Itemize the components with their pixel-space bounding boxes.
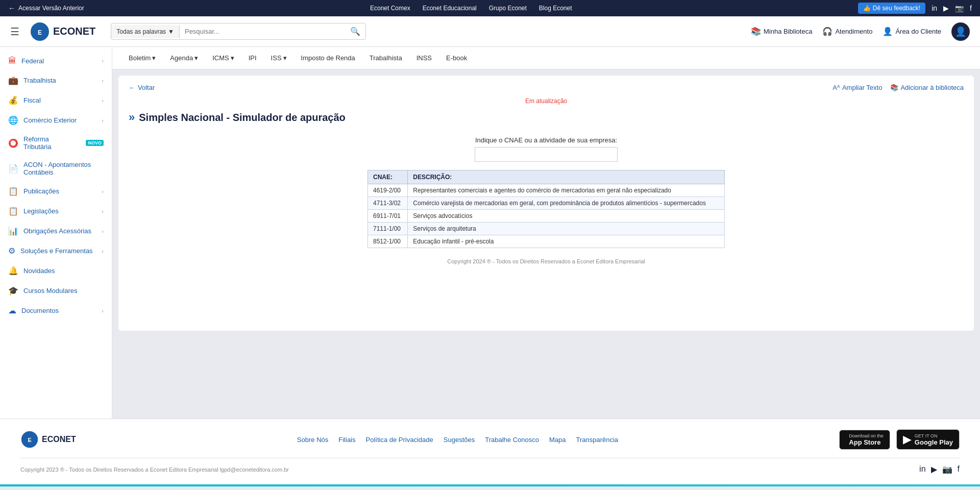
footer-linkedin-icon[interactable]: in <box>919 464 925 474</box>
table-row[interactable]: 8512-1/00Educação infantil - pré-escola <box>368 235 725 248</box>
sidebar-item-fiscal[interactable]: 💰 Fiscal › <box>0 90 112 110</box>
solucoes-chevron-icon: › <box>102 248 104 254</box>
area-cliente-link[interactable]: 👤 Área do Cliente <box>883 27 941 36</box>
footer-transparencia[interactable]: Transparência <box>576 436 618 444</box>
sidebar-item-trabalhista[interactable]: 💼 Trabalhista › <box>0 70 112 90</box>
documentos-icon: ☁ <box>8 306 16 315</box>
sidebar-item-comercio-exterior[interactable]: 🌐 Comércio Exterior › <box>0 110 112 130</box>
sidebar-label-comercio: Comércio Exterior <box>23 116 77 124</box>
obrigacoes-icon: 📊 <box>8 226 18 236</box>
solucoes-icon: ⚙ <box>8 246 15 256</box>
nav-icms-label: ICMS <box>212 54 229 62</box>
sidebar-item-documentos[interactable]: ☁ Documentos › <box>0 301 112 321</box>
footer-filiais[interactable]: Filiais <box>338 436 355 444</box>
econet-comex-link[interactable]: Econet Comex <box>370 5 410 12</box>
sidebar-item-solucoes[interactable]: ⚙ Soluções e Ferramentas › <box>0 241 112 261</box>
footer-copyright: Copyright 2023 ® - Todos os Direitos Res… <box>20 467 289 473</box>
footer-trabalhe-conosco[interactable]: Trabalhe Conosco <box>485 436 539 444</box>
nav-trabalhista-label: Trabalhista <box>370 54 402 62</box>
back-link[interactable]: ← Voltar <box>129 84 155 91</box>
back-link-label: Voltar <box>138 84 155 91</box>
sidebar-label-fiscal: Fiscal <box>23 96 41 104</box>
dropdown-arrow-icon: ▼ <box>168 28 174 35</box>
table-cell-descricao: Serviços de arquitetura <box>408 223 725 235</box>
sidebar-item-reforma-tributaria[interactable]: ⭕ Reforma Tributária NOVO <box>0 130 112 156</box>
table-cell-cnae: 4711-3/02 <box>368 197 408 210</box>
logo[interactable]: E ECONET <box>30 21 95 42</box>
back-link-arrow-icon: ← <box>129 84 135 91</box>
nav-imposto-renda[interactable]: Imposto de Renda <box>295 50 361 66</box>
table-row[interactable]: 4619-2/00Representantes comerciais e age… <box>368 184 725 197</box>
page-title-row: » Simples Nacional - Simulador de apuraç… <box>129 111 964 124</box>
nav-agenda[interactable]: Agenda ▾ <box>164 50 204 66</box>
updating-label: Em atualização <box>129 97 964 105</box>
nav-ebook[interactable]: E-book <box>440 50 473 66</box>
biblioteca-label: Minha Biblioteca <box>764 28 812 35</box>
table-row[interactable]: 6911-7/01Serviços advocatícios <box>368 210 725 223</box>
atendimento-link[interactable]: 🎧 Atendimento <box>822 27 872 36</box>
nav-trabalhista[interactable]: Trabalhista <box>363 50 408 66</box>
sidebar-label-reforma: Reforma Tributária <box>23 135 78 151</box>
thumbs-up-icon: 👍 <box>863 5 871 12</box>
youtube-icon-top[interactable]: ▶ <box>943 4 949 12</box>
footer-politica-privacidade[interactable]: Política de Privacidade <box>366 436 433 444</box>
footer-mapa[interactable]: Mapa <box>549 436 566 444</box>
search-button[interactable]: 🔍 <box>345 23 365 39</box>
app-store-name: App Store <box>849 438 884 446</box>
sidebar-item-acon[interactable]: 📄 ACON - Apontamentos Contábeis <box>0 156 112 181</box>
footer-main: E ECONET Sobre Nós Filiais Política de P… <box>20 429 960 450</box>
footer-youtube-icon[interactable]: ▶ <box>931 464 937 474</box>
sidebar: 🏛 Federal › 💼 Trabalhista › 💰 Fiscal › 🌐… <box>0 47 112 419</box>
grupo-econet-link[interactable]: Grupo Econet <box>489 5 527 12</box>
comercio-icon: 🌐 <box>8 115 18 125</box>
footer-facebook-icon[interactable]: f <box>958 464 960 474</box>
nav-iss-label: ISS <box>271 54 282 62</box>
sidebar-item-publicacoes[interactable]: 📋 Publicações › <box>0 181 112 201</box>
nav-boletim[interactable]: Boletim ▾ <box>122 50 162 66</box>
sidebar-item-novidades[interactable]: 🔔 Novidades <box>0 261 112 281</box>
app-store-badge[interactable]: Download on the App Store <box>839 430 890 450</box>
search-input[interactable] <box>180 24 345 38</box>
sidebar-label-obrigacoes: Obrigações Acessórias <box>23 227 91 235</box>
instagram-icon-top[interactable]: 📷 <box>955 4 964 12</box>
nav-icms[interactable]: ICMS ▾ <box>206 50 240 66</box>
sidebar-item-obrigacoes[interactable]: 📊 Obrigações Acessórias › <box>0 221 112 241</box>
logo-icon: E <box>30 21 50 42</box>
nav-iss[interactable]: ISS ▾ <box>265 50 293 66</box>
google-play-icon: ▶ <box>903 433 912 446</box>
minha-biblioteca-link[interactable]: 📚 Minha Biblioteca <box>751 27 812 36</box>
sidebar-item-legislacoes[interactable]: 📋 Legislações › <box>0 201 112 221</box>
table-cell-cnae: 4619-2/00 <box>368 184 408 197</box>
sidebar-item-federal[interactable]: 🏛 Federal › <box>0 51 112 70</box>
back-to-old-version[interactable]: ← Acessar Versão Anterior <box>8 4 84 12</box>
top-bar: ← Acessar Versão Anterior Econet Comex E… <box>0 0 980 16</box>
search-filter-dropdown[interactable]: Todas as palavras ▼ <box>111 25 180 38</box>
linkedin-icon-top[interactable]: in <box>932 4 937 12</box>
header: ☰ E ECONET Todas as palavras ▼ 🔍 📚 Minha… <box>0 16 980 47</box>
footer-sugestoes[interactable]: Sugestões <box>444 436 475 444</box>
table-row[interactable]: 7111-1/00Serviços de arquitetura <box>368 223 725 235</box>
table-row[interactable]: 4711-3/02Comércio varejista de mercadori… <box>368 197 725 210</box>
nav-ipi[interactable]: IPI <box>242 50 263 66</box>
cnae-input[interactable] <box>475 147 618 162</box>
user-avatar[interactable]: 👤 <box>951 22 970 41</box>
publicacoes-icon: 📋 <box>8 186 18 196</box>
sidebar-label-acon: ACON - Apontamentos Contábeis <box>23 161 104 176</box>
sidebar-label-legislacoes: Legislações <box>23 207 59 215</box>
sidebar-item-cursos[interactable]: 🎓 Cursos Modulares <box>0 281 112 301</box>
cnae-label: Indique o CNAE ou a atividade de sua emp… <box>129 136 964 144</box>
area-cliente-icon: 👤 <box>883 27 893 36</box>
feedback-button[interactable]: 👍 Dê seu feedback! <box>858 3 925 14</box>
avatar-icon: 👤 <box>955 26 966 37</box>
footer-instagram-icon[interactable]: 📷 <box>942 464 952 474</box>
footer-sobre-nos[interactable]: Sobre Nós <box>297 436 328 444</box>
ampliar-texto-link[interactable]: Aᴬ Ampliar Texto <box>832 84 882 91</box>
econet-educacional-link[interactable]: Econet Educacional <box>423 5 477 12</box>
reforma-icon: ⭕ <box>8 138 18 148</box>
blog-econet-link[interactable]: Blog Econet <box>539 5 572 12</box>
nav-inss[interactable]: INSS <box>410 50 438 66</box>
hamburger-menu[interactable]: ☰ <box>10 26 19 38</box>
facebook-icon-top[interactable]: f <box>970 4 972 12</box>
google-play-badge[interactable]: ▶ GET IT ON Google Play <box>896 429 960 450</box>
adicionar-biblioteca-link[interactable]: 📚 Adicionar à biblioteca <box>890 84 964 91</box>
